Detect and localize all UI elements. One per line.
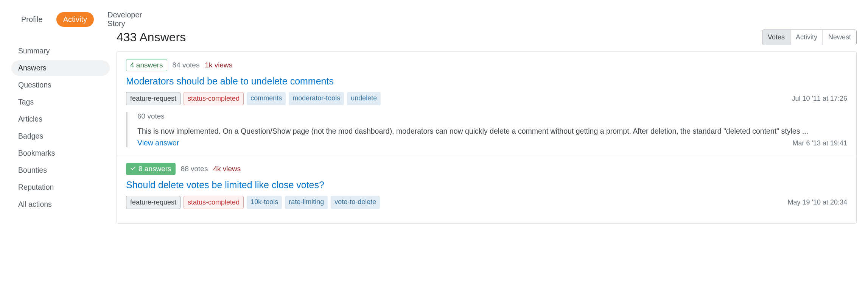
excerpt-body: This is now implemented. On a Question/S… bbox=[137, 126, 847, 136]
tag[interactable]: feature-request bbox=[126, 196, 180, 209]
tag[interactable]: vote-to-delete bbox=[331, 196, 380, 209]
answer-item: 4 answers84 votes1k viewsModerators shou… bbox=[117, 52, 856, 155]
answer-excerpt: 60 votesThis is now implemented. On a Qu… bbox=[126, 112, 847, 147]
sidebar-item-answers[interactable]: Answers bbox=[11, 60, 110, 76]
question-title-link[interactable]: Moderators should be able to undelete co… bbox=[126, 76, 334, 87]
profile-tabs: Profile Activity Developer Story bbox=[11, 8, 110, 31]
sidebar-item-questions[interactable]: Questions bbox=[11, 77, 110, 93]
sidebar-item-tags[interactable]: Tags bbox=[11, 94, 110, 110]
votes-stat: 88 votes bbox=[181, 165, 208, 173]
checkmark-icon bbox=[130, 165, 136, 173]
tab-profile[interactable]: Profile bbox=[14, 12, 50, 27]
views-stat: 4k views bbox=[213, 165, 241, 173]
answer-item: 8 answers88 votes4k viewsShould delete v… bbox=[117, 155, 856, 223]
asked-timestamp: May 19 '10 at 20:34 bbox=[787, 198, 847, 206]
sort-buttons: Votes Activity Newest bbox=[762, 30, 857, 45]
answer-count-badge: 4 answers bbox=[126, 59, 167, 71]
tag[interactable]: comments bbox=[247, 92, 286, 105]
sidebar-item-summary[interactable]: Summary bbox=[11, 43, 110, 59]
page-title: 433 Answers bbox=[117, 30, 186, 44]
sidebar-item-badges[interactable]: Badges bbox=[11, 128, 110, 144]
votes-stat: 84 votes bbox=[173, 61, 200, 69]
asked-timestamp: Jul 10 '11 at 17:26 bbox=[792, 95, 847, 103]
tag[interactable]: rate-limiting bbox=[285, 196, 328, 209]
sort-votes[interactable]: Votes bbox=[762, 30, 790, 45]
tag[interactable]: status-completed bbox=[184, 92, 244, 105]
sidebar-item-bookmarks[interactable]: Bookmarks bbox=[11, 145, 110, 161]
excerpt-votes: 60 votes bbox=[137, 112, 847, 120]
tag[interactable]: 10k-tools bbox=[247, 196, 282, 209]
activity-sidebar: Summary Answers Questions Tags Articles … bbox=[11, 43, 110, 212]
answer-list: 4 answers84 votes1k viewsModerators shou… bbox=[117, 51, 857, 224]
tag[interactable]: status-completed bbox=[184, 196, 244, 209]
view-answer-link[interactable]: View answer bbox=[137, 139, 179, 147]
tag[interactable]: feature-request bbox=[126, 92, 180, 105]
sidebar-item-bounties[interactable]: Bounties bbox=[11, 162, 110, 178]
tag[interactable]: moderator-tools bbox=[289, 92, 344, 105]
sort-activity[interactable]: Activity bbox=[790, 30, 823, 45]
answered-timestamp: Mar 6 '13 at 19:41 bbox=[792, 139, 847, 147]
sidebar-item-articles[interactable]: Articles bbox=[11, 111, 110, 127]
tag[interactable]: undelete bbox=[347, 92, 381, 105]
question-title-link[interactable]: Should delete votes be limited like clos… bbox=[126, 180, 324, 190]
views-stat: 1k views bbox=[205, 61, 232, 69]
tab-activity[interactable]: Activity bbox=[56, 12, 94, 27]
answer-count-badge: 8 answers bbox=[126, 163, 176, 175]
sort-newest[interactable]: Newest bbox=[823, 30, 856, 45]
sidebar-item-reputation[interactable]: Reputation bbox=[11, 180, 110, 195]
sidebar-item-all-actions[interactable]: All actions bbox=[11, 197, 110, 212]
